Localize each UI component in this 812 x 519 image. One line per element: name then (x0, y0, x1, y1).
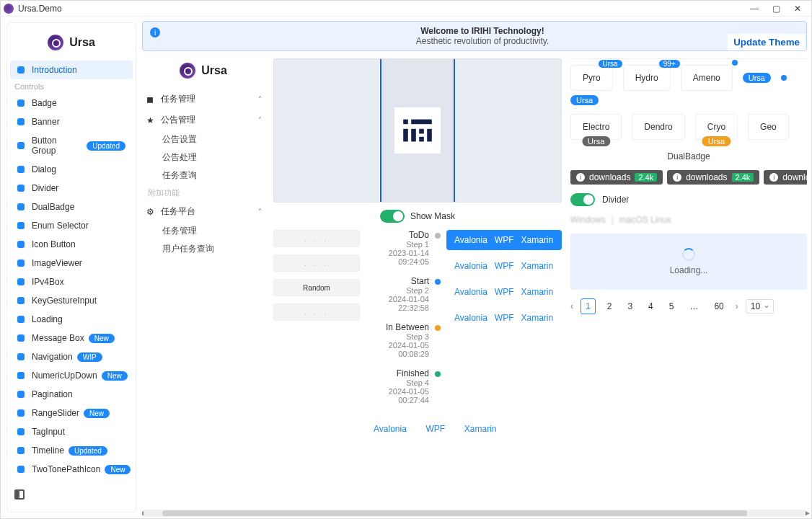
sidebar-item-label: Badge (32, 98, 57, 108)
sidebar-badge: New (84, 409, 110, 418)
step-subtitle: Step 1 (366, 240, 429, 249)
sidebar-item-rangeslider[interactable]: RangeSliderNew (10, 404, 133, 422)
sidebar-item-numericupdown[interactable]: NumericUpDownNew (10, 366, 133, 385)
update-theme-button[interactable]: Update Theme (728, 34, 806, 50)
page-next[interactable]: › (736, 301, 738, 311)
sidebar-item-enum-selector[interactable]: Enum Selector (10, 216, 133, 235)
chip[interactable]: Xamarin (521, 287, 554, 297)
chip[interactable]: Xamarin (521, 261, 554, 271)
sidebar-brand-name: Ursa (69, 36, 95, 49)
page-prev[interactable]: ‹ (570, 301, 573, 311)
tag-card[interactable]: 99+Hydro (623, 65, 671, 91)
chip[interactable]: WPF (426, 424, 446, 434)
minimize-button[interactable]: — (743, 2, 765, 15)
nav-subitem[interactable]: 公告处理 (142, 148, 265, 167)
sidebar-item-navigation[interactable]: NavigationWIP (10, 347, 133, 366)
nav-subitem[interactable]: 公告设置 (142, 130, 265, 148)
sidebar-item-ipv4box[interactable]: IPv4Box (10, 272, 133, 291)
nav-subitem[interactable]: 任务管理 (142, 222, 265, 240)
nav-group[interactable]: ◼任务管理˄ (142, 89, 265, 110)
sidebar-item-timeline[interactable]: TimelineUpdated (10, 441, 133, 460)
sidebar-item-banner[interactable]: Banner (10, 112, 133, 131)
sidebar-item-introduction[interactable]: Introduction (10, 61, 133, 79)
show-mask-toggle[interactable] (380, 210, 405, 223)
chip[interactable]: Xamarin (521, 235, 554, 245)
platform-tab[interactable]: macOS Linux (619, 215, 671, 225)
chip[interactable]: WPF (495, 313, 514, 323)
sidebar-item-button-group[interactable]: Button GroupUpdated (10, 131, 133, 160)
sidebar-item-message-box[interactable]: Message BoxNew (10, 329, 133, 347)
tag-card[interactable]: ElectroUrsa (570, 114, 622, 140)
sidebar-item-dialog[interactable]: Dialog (10, 160, 133, 179)
tag-label: Geo (760, 122, 777, 132)
sidebar-item-label: KeyGestureInput (32, 296, 97, 306)
app-icon (4, 4, 14, 14)
chip[interactable]: WPF (495, 287, 514, 297)
nav-subitem[interactable]: 用户任务查询 (142, 240, 265, 258)
download-badge: idownloads2.4k (570, 170, 663, 185)
sidebar-item-pagination[interactable]: Pagination (10, 385, 133, 404)
sidebar-item-dualbadge[interactable]: DualBadge (10, 198, 133, 216)
page-number[interactable]: 3 (623, 299, 637, 314)
svg-rect-0 (403, 120, 408, 125)
sidebar-item-badge[interactable]: Badge (10, 94, 133, 112)
page-number[interactable]: … (685, 299, 702, 314)
step-date: 2024-01-05 00:08:29 (366, 341, 429, 358)
nav-group[interactable]: ⚙任务平台˄ (142, 201, 265, 222)
chevron-up-icon: ˄ (258, 95, 262, 103)
chip[interactable]: WPF (495, 235, 514, 245)
page-number[interactable]: 2 (603, 299, 617, 314)
sidebar-item-divider[interactable]: Divider (10, 179, 133, 198)
mask-item[interactable]: Random (273, 279, 360, 296)
sidebar-item-twotonepathicon[interactable]: TwoTonePathIconNew (10, 460, 133, 479)
mask-item[interactable]: . . . (273, 303, 360, 321)
sidebar-badge: New (89, 334, 115, 343)
page-number[interactable]: 60 (710, 299, 728, 314)
page-number[interactable]: 1 (581, 298, 596, 314)
chip[interactable]: Xamarin (464, 424, 497, 434)
sidebar-item-label: RangeSlider (32, 408, 79, 418)
tag-card[interactable]: Dendro (632, 114, 684, 140)
sidebar-item-taginput[interactable]: TagInput (10, 422, 133, 441)
chip-row: Avalonia WPF Xamarin (366, 419, 562, 439)
chip-row[interactable]: AvaloniaWPFXamarin (446, 256, 562, 276)
chip-row[interactable]: AvaloniaWPFXamarin (446, 282, 562, 302)
chip[interactable]: Avalonia (454, 261, 487, 271)
chip[interactable]: WPF (495, 261, 514, 271)
theme-toggle-icon[interactable] (14, 489, 25, 500)
tag-card[interactable]: CryoUrsa (695, 114, 738, 140)
chip-row[interactable]: AvaloniaWPFXamarin (446, 230, 562, 250)
tag-card[interactable]: UrsaPyro (570, 65, 613, 91)
tag-card[interactable]: Geo (748, 114, 789, 140)
bullet-icon (17, 353, 25, 360)
chip[interactable]: Avalonia (454, 235, 487, 245)
sidebar-item-icon-button[interactable]: Icon Button (10, 235, 133, 254)
chip[interactable]: Avalonia (374, 424, 407, 434)
chip-row[interactable]: AvaloniaWPFXamarin (446, 308, 562, 328)
step-date: 2024-01-04 22:32:58 (366, 295, 429, 312)
loading-text: Loading... (670, 265, 708, 275)
page-size-select[interactable]: 10 (746, 299, 774, 314)
page-number[interactable]: 5 (665, 299, 679, 314)
mask-item[interactable]: . . . (273, 230, 360, 247)
horizontal-scrollbar[interactable]: ◄ ► (142, 510, 807, 517)
sidebar-item-keygestureinput[interactable]: KeyGestureInput (10, 291, 133, 310)
nav-group[interactable]: ★公告管理˄ (142, 110, 265, 130)
timeline-dot-icon (435, 233, 441, 239)
chip[interactable]: Avalonia (454, 313, 487, 323)
maximize-button[interactable]: ▢ (765, 2, 787, 15)
chip[interactable]: Xamarin (521, 313, 554, 323)
mask-item[interactable]: . . . (273, 254, 360, 272)
chip[interactable]: Avalonia (454, 287, 487, 297)
scrollbar-thumb[interactable] (162, 510, 747, 516)
step-subtitle: Step 3 (366, 332, 429, 341)
nav-subitem[interactable]: 任务查询 (142, 167, 265, 185)
divider-toggle[interactable] (570, 193, 595, 206)
sidebar-item-loading[interactable]: Loading (10, 310, 133, 329)
platform-tab[interactable]: Windows (570, 215, 606, 225)
bullet-icon (17, 99, 25, 107)
close-button[interactable]: ✕ (787, 2, 808, 15)
tag-card[interactable]: Ameno (681, 65, 733, 91)
sidebar-item-imageviewer[interactable]: ImageViewer (10, 254, 133, 272)
page-number[interactable]: 4 (644, 299, 658, 314)
